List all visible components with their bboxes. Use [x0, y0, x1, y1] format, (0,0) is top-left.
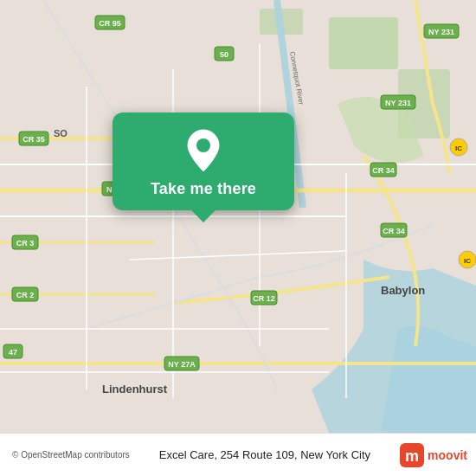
- map-container: Connetquot River CR 95: [0, 0, 476, 433]
- svg-text:47: 47: [9, 348, 17, 357]
- moovit-logo: m moovit: [400, 443, 467, 467]
- svg-point-52: [196, 138, 210, 152]
- location-info: Excel Care, 254 Route 109, New York City: [130, 448, 400, 461]
- moovit-icon: m: [400, 443, 424, 467]
- svg-text:NY 231: NY 231: [428, 28, 454, 36]
- attribution: © OpenStreetMap contributors: [12, 450, 130, 460]
- svg-text:IC: IC: [464, 257, 471, 265]
- svg-rect-1: [329, 17, 398, 69]
- svg-text:NY 27A: NY 27A: [168, 360, 196, 369]
- svg-text:SO: SO: [54, 128, 68, 138]
- svg-text:Babylon: Babylon: [381, 284, 425, 297]
- svg-text:50: 50: [220, 50, 228, 59]
- svg-text:CR 3: CR 3: [16, 239, 35, 248]
- svg-text:m: m: [405, 447, 419, 465]
- svg-text:CR 2: CR 2: [16, 291, 35, 299]
- svg-text:Lindenhurst: Lindenhurst: [102, 383, 168, 396]
- map-pin-icon: [184, 128, 222, 173]
- take-me-there-button[interactable]: Take me there: [151, 180, 256, 198]
- svg-text:NY 231: NY 231: [385, 99, 411, 107]
- moovit-text: moovit: [428, 448, 467, 462]
- bottom-bar: © OpenStreetMap contributors Excel Care,…: [0, 433, 476, 476]
- svg-text:IC: IC: [455, 145, 462, 152]
- popup-card[interactable]: Take me there: [113, 113, 294, 210]
- attribution-text: © OpenStreetMap contributors: [12, 450, 130, 460]
- svg-text:CR 34: CR 34: [383, 227, 405, 235]
- svg-text:CR 35: CR 35: [23, 135, 45, 144]
- svg-text:CR 95: CR 95: [99, 19, 121, 28]
- svg-text:CR 12: CR 12: [253, 294, 275, 303]
- svg-text:CR 34: CR 34: [372, 166, 395, 175]
